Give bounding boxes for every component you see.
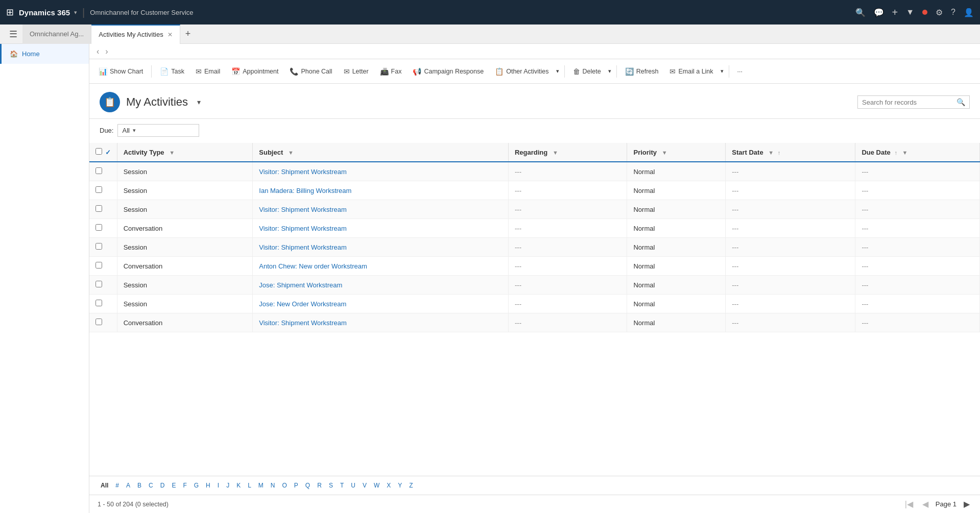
row-check-cell bbox=[89, 200, 117, 219]
more-button[interactable]: ··· bbox=[732, 65, 748, 78]
show-chart-button[interactable]: 📊 Show Chart bbox=[93, 64, 148, 79]
alpha-item[interactable]: U bbox=[348, 480, 358, 491]
help-nav-icon[interactable]: ? bbox=[951, 8, 955, 17]
nav-grid-icon[interactable]: ⊞ bbox=[6, 7, 14, 18]
alpha-item[interactable]: Q bbox=[302, 480, 313, 491]
subject-link[interactable]: Jose: Shipment Workstream bbox=[259, 281, 342, 289]
alpha-item[interactable]: X bbox=[384, 480, 394, 491]
subject-link[interactable]: Visitor: Shipment Workstream bbox=[259, 206, 346, 213]
alpha-item[interactable]: O bbox=[279, 480, 290, 491]
alpha-item[interactable]: B bbox=[134, 480, 145, 491]
alpha-item[interactable]: T bbox=[337, 480, 347, 491]
subject-link[interactable]: Visitor: Shipment Workstream bbox=[259, 319, 346, 327]
hamburger-icon[interactable]: ☰ bbox=[4, 29, 22, 40]
next-page-button[interactable]: ▶ bbox=[962, 498, 972, 510]
tab-close-icon[interactable]: ✕ bbox=[168, 31, 173, 38]
settings-nav-icon[interactable]: ⚙ bbox=[936, 8, 943, 17]
app-chevron[interactable]: ▾ bbox=[74, 9, 77, 16]
row-checkbox[interactable] bbox=[95, 262, 102, 268]
row-checkbox[interactable] bbox=[95, 281, 102, 287]
start-date-sort-icon[interactable]: ↑ bbox=[778, 150, 781, 156]
row-regarding: --- bbox=[508, 181, 627, 200]
alpha-item[interactable]: R bbox=[314, 480, 325, 491]
due-date-sort-icon[interactable]: ↑ bbox=[894, 150, 897, 156]
back-button[interactable]: ‹ bbox=[93, 46, 102, 57]
subject-filter-icon[interactable]: ▼ bbox=[288, 150, 294, 156]
sidebar-item-home[interactable]: 🏠 Home bbox=[0, 44, 89, 64]
alpha-item[interactable]: G bbox=[191, 480, 202, 491]
alpha-item[interactable]: L bbox=[245, 480, 254, 491]
alpha-item[interactable]: # bbox=[112, 480, 122, 491]
due-filter-select[interactable]: All ▾ bbox=[117, 124, 199, 137]
fax-button[interactable]: 📠 Fax bbox=[375, 64, 407, 79]
alpha-item[interactable]: P bbox=[291, 480, 301, 491]
subject-link[interactable]: Visitor: Shipment Workstream bbox=[259, 168, 346, 176]
letter-button[interactable]: ✉ Letter bbox=[339, 64, 374, 79]
alpha-item[interactable]: F bbox=[180, 480, 189, 491]
alpha-item[interactable]: I bbox=[214, 480, 222, 491]
chat-nav-icon[interactable]: 💬 bbox=[874, 8, 884, 17]
alpha-item[interactable]: E bbox=[169, 480, 179, 491]
alpha-item[interactable]: A bbox=[123, 480, 133, 491]
activity-type-filter-icon[interactable]: ▼ bbox=[169, 150, 175, 156]
add-nav-icon[interactable]: + bbox=[892, 7, 898, 18]
row-checkbox[interactable] bbox=[95, 186, 102, 193]
tab-add-icon[interactable]: + bbox=[180, 29, 196, 39]
tab-activities[interactable]: Activities My Activities ✕ bbox=[91, 25, 180, 44]
row-checkbox[interactable] bbox=[95, 319, 102, 325]
row-checkbox[interactable] bbox=[95, 167, 102, 174]
alpha-item[interactable]: M bbox=[255, 480, 267, 491]
email-link-dropdown[interactable]: ▾ bbox=[719, 65, 726, 78]
row-checkbox[interactable] bbox=[95, 224, 102, 231]
email-link-button[interactable]: ✉ Email a Link bbox=[664, 64, 718, 79]
search-nav-icon[interactable]: 🔍 bbox=[855, 8, 866, 17]
subject-link[interactable]: Anton Chew: New order Workstream bbox=[259, 262, 367, 270]
alpha-item[interactable]: C bbox=[146, 480, 156, 491]
delete-button[interactable]: 🗑 Delete bbox=[568, 64, 606, 79]
email-button[interactable]: ✉ Email bbox=[190, 64, 225, 79]
alpha-item[interactable]: N bbox=[268, 480, 278, 491]
phone-call-button[interactable]: 📞 Phone Call bbox=[284, 64, 337, 79]
priority-filter-icon[interactable]: ▼ bbox=[662, 150, 667, 156]
alpha-item[interactable]: K bbox=[233, 480, 244, 491]
row-checkbox[interactable] bbox=[95, 205, 102, 212]
alpha-item[interactable]: S bbox=[326, 480, 336, 491]
regarding-filter-icon[interactable]: ▼ bbox=[553, 150, 558, 156]
alpha-item[interactable]: H bbox=[203, 480, 213, 491]
tab-omnichannel[interactable]: Omnichannel Ag... bbox=[22, 25, 91, 44]
alpha-item[interactable]: J bbox=[223, 480, 232, 491]
user-nav-icon[interactable]: 👤 bbox=[964, 8, 974, 17]
priority-header: Priority ▼ bbox=[627, 143, 726, 162]
campaign-response-button[interactable]: 📢 Campaign Response bbox=[408, 64, 489, 79]
alpha-item[interactable]: Y bbox=[395, 480, 405, 491]
subject-link[interactable]: Jose: New Order Workstream bbox=[259, 300, 346, 308]
first-page-button[interactable]: |◀ bbox=[903, 498, 915, 510]
page-title-chevron[interactable]: ▾ bbox=[197, 98, 201, 106]
task-button[interactable]: 📄 Task bbox=[155, 64, 189, 79]
alpha-item[interactable]: Z bbox=[406, 480, 416, 491]
row-checkbox[interactable] bbox=[95, 300, 102, 306]
alpha-item[interactable]: All bbox=[98, 480, 111, 491]
app-name[interactable]: Dynamics 365 bbox=[19, 8, 70, 17]
due-date-filter-icon[interactable]: ▼ bbox=[902, 150, 908, 156]
filter-nav-icon[interactable]: ▼ bbox=[906, 8, 914, 17]
start-date-filter-icon[interactable]: ▼ bbox=[768, 150, 774, 156]
other-activities-dropdown[interactable]: ▾ bbox=[554, 65, 561, 78]
appointment-button[interactable]: 📅 Appointment bbox=[226, 64, 283, 79]
alpha-item[interactable]: V bbox=[360, 480, 370, 491]
row-subject: Visitor: Shipment Workstream bbox=[253, 238, 509, 257]
alpha-item[interactable]: D bbox=[157, 480, 168, 491]
delete-dropdown[interactable]: ▾ bbox=[606, 65, 613, 78]
prev-page-button[interactable]: ◀ bbox=[920, 498, 930, 510]
subject-link[interactable]: Visitor: Shipment Workstream bbox=[259, 243, 346, 251]
forward-button[interactable]: › bbox=[102, 46, 111, 57]
select-all-checkbox[interactable] bbox=[95, 148, 102, 155]
search-input[interactable] bbox=[862, 99, 957, 106]
other-activities-button[interactable]: 📋 Other Activities bbox=[490, 64, 554, 79]
alpha-item[interactable]: W bbox=[371, 480, 383, 491]
row-checkbox[interactable] bbox=[95, 243, 102, 250]
refresh-button[interactable]: 🔄 Refresh bbox=[620, 64, 664, 79]
subject-link[interactable]: Visitor: Shipment Workstream bbox=[259, 225, 346, 232]
search-icon[interactable]: 🔍 bbox=[957, 98, 965, 106]
subject-link[interactable]: Ian Madera: Billing Workstream bbox=[259, 187, 351, 194]
